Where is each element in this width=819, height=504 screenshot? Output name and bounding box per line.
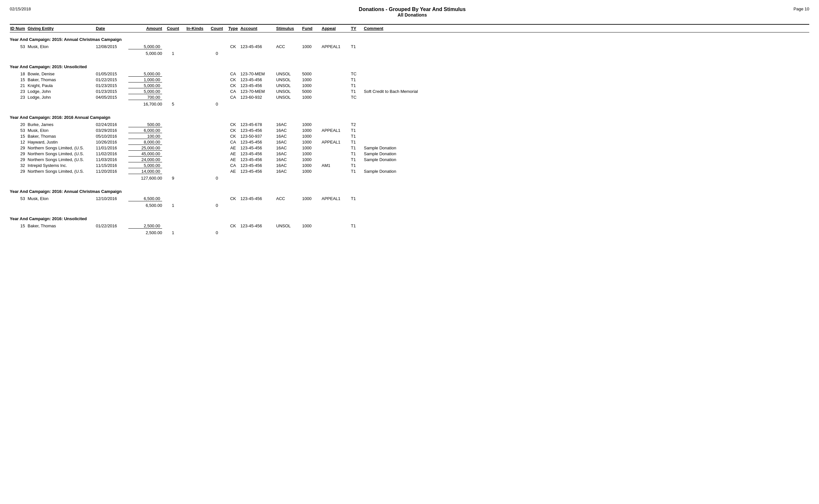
subtotal-inkinds [182,203,208,208]
cell-amount: 45,000.00 [128,151,164,157]
cell-comment: Soft Credit to Bach Memorial [364,89,435,94]
cell-entity: Northern Songs Limited, (U.S. [28,151,96,156]
table-row: 20 Burke, James 02/24/2016 500.00 CK 123… [10,122,809,128]
table-row: 18 Bowie, Denise 01/05/2015 5,000.00 CA … [10,71,809,77]
cell-date: 04/05/2015 [96,95,128,100]
col-date: Date [96,26,128,31]
section-title-4: Year And Campaign: 2016: Unsolicited [10,216,809,221]
subtotal-comment [364,51,435,56]
table-row: 29 Northern Songs Limited, (U.S. 11/02/2… [10,151,809,157]
cell-type: CK [226,122,240,127]
subtotal-entity [28,230,96,235]
cell-date: 02/24/2016 [96,122,128,127]
subtotal-count2: 0 [208,230,226,235]
cell-account: 123-45-678 [240,122,276,127]
cell-amount: 14,000.00 [128,169,164,174]
table-row: 53 Musk, Elon 12/08/2015 5,000.00 CK 123… [10,44,809,50]
cell-idnum: 29 [10,157,28,162]
cell-entity: Northern Songs Limited, (U.S. [28,169,96,174]
cell-amount: 24,000.00 [128,157,164,162]
table-row: 29 Northern Songs Limited, (U.S. 11/03/2… [10,157,809,163]
cell-ty: TC [351,95,364,100]
col-entity: Giving Entity [28,26,96,31]
cell-account: 123-45-456 [240,83,276,88]
cell-ty: T1 [351,134,364,139]
cell-date: 03/29/2016 [96,128,128,133]
cell-stimulus: 16AC [276,169,302,174]
subtotal-stimulus [276,230,302,235]
cell-amount: 5,000.00 [128,71,164,77]
subtotal-type [226,230,240,235]
subtotal-type [226,203,240,208]
report-date: 02/15/2018 [10,6,31,11]
cell-ty: T1 [351,163,364,168]
cell-type: AE [226,157,240,162]
cell-ty: T1 [351,140,364,145]
cell-type: CK [226,83,240,88]
report-title-line2: All Donations [31,12,793,18]
cell-date: 01/23/2015 [96,89,128,94]
cell-amount: 6,500.00 [128,196,164,201]
cell-idnum: 53 [10,44,28,49]
cell-amount: 100.00 [128,134,164,139]
cell-fund: 5000 [302,71,321,76]
table-row: 15 Baker, Thomas 01/22/2016 2,500.00 CK … [10,223,809,229]
cell-comment: Sample Donation [364,151,435,156]
cell-fund: 1000 [302,196,321,201]
table-row: 53 Musk, Elon 12/10/2016 6,500.00 CK 123… [10,196,809,202]
cell-fund: 1000 [302,169,321,174]
subtotal-stimulus [276,176,302,181]
section-title-2: Year And Campaign: 2016: 2016 Annual Cam… [10,115,809,120]
subtotal-amount: 127,600.00 [128,176,164,181]
col-stimulus: Stimulus [276,26,302,31]
cell-comment: Sample Donation [364,145,435,150]
cell-type: AE [226,145,240,150]
cell-ty: T1 [351,196,364,201]
cell-date: 01/22/2016 [96,223,128,228]
subtotal-ty [351,51,364,56]
cell-ty: T1 [351,145,364,150]
subtotal-type [226,51,240,56]
subtotal-inkinds [182,230,208,235]
cell-fund: 1000 [302,163,321,168]
cell-account: 123-60-932 [240,95,276,100]
subtotal-appeal [321,51,351,56]
cell-amount: 1,000.00 [128,77,164,82]
col-count2: Count [208,26,226,31]
subtotal-idnum [10,51,28,56]
cell-stimulus: 16AC [276,128,302,133]
subtotal-type [226,102,240,107]
cell-entity: Baker, Thomas [28,134,96,139]
cell-ty: T1 [351,44,364,49]
cell-entity: Bowie, Denise [28,71,96,76]
cell-entity: Musk, Elon [28,128,96,133]
subtotal-row-3: 6,500.00 1 0 [10,202,809,208]
cell-stimulus: UNSOL [276,77,302,82]
cell-date: 11/03/2016 [96,157,128,162]
cell-date: 11/01/2016 [96,145,128,150]
cell-idnum: 53 [10,196,28,201]
subtotal-count2: 0 [208,102,226,107]
subtotal-row-0: 5,000.00 1 0 [10,50,809,57]
cell-appeal: APPEAL1 [321,140,351,145]
cell-appeal: AM1 [321,163,351,168]
subtotal-idnum [10,230,28,235]
subtotal-comment [364,203,435,208]
cell-type: CK [226,196,240,201]
subtotal-account [240,230,276,235]
cell-type: CA [226,89,240,94]
cell-idnum: 18 [10,71,28,76]
subtotal-count2: 0 [208,203,226,208]
cell-amount: 5,000.00 [128,44,164,49]
cell-account: 123-70-MEM [240,71,276,76]
subtotal-count1: 1 [164,203,182,208]
subtotal-count2: 0 [208,51,226,56]
cell-entity: Musk, Elon [28,196,96,201]
subtotal-date [96,176,128,181]
cell-account: 123-45-456 [240,140,276,145]
cell-type: CK [226,134,240,139]
col-type: Type [226,26,240,31]
cell-stimulus: UNSOL [276,223,302,228]
subtotal-row-1: 16,700.00 5 0 [10,101,809,107]
cell-idnum: 12 [10,140,28,145]
